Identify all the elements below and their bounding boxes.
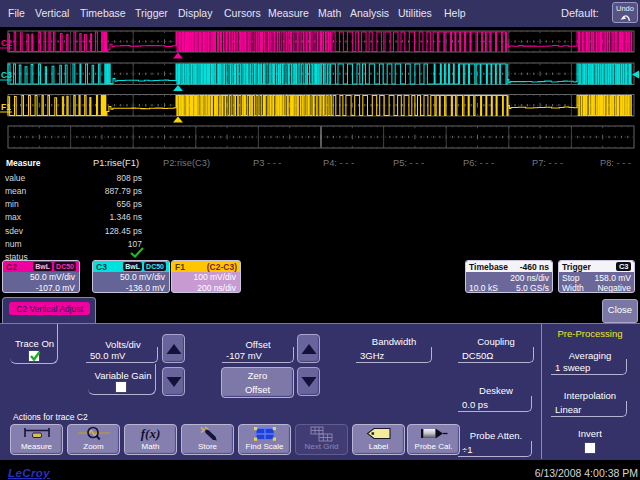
- svg-text:C2: C2: [1, 38, 12, 48]
- svg-text:C3: C3: [1, 70, 12, 80]
- svg-text:F1: F1: [1, 102, 11, 112]
